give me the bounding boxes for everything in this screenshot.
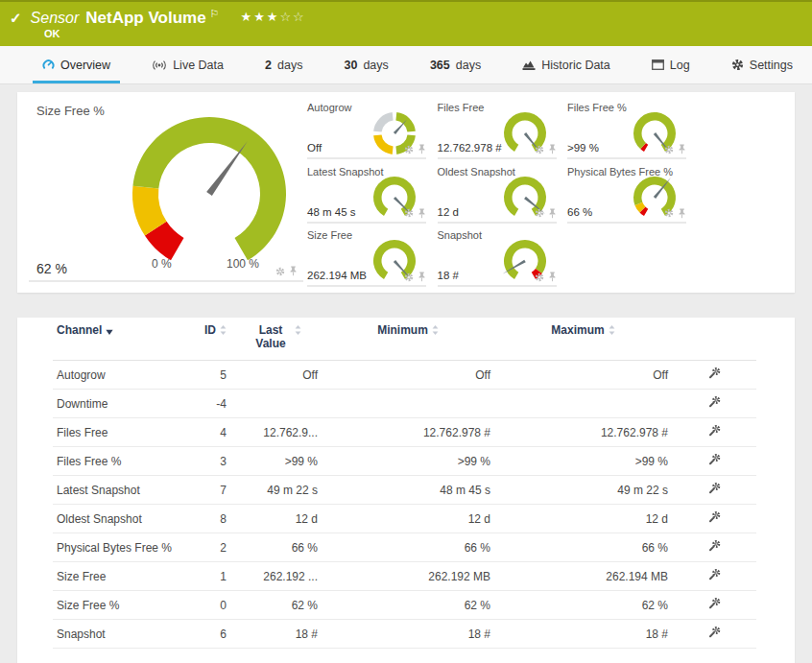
gauge-settings-gear-icon[interactable] (535, 272, 544, 282)
channel-settings-icon[interactable] (707, 510, 722, 524)
channel-id-cell: -4 (187, 390, 230, 418)
gauge-label: Snapshot (438, 229, 482, 241)
tab-2-days[interactable]: 2days (259, 46, 308, 83)
channel-row: Files Free412.762.9...12.762.978 #12.762… (53, 418, 756, 447)
channel-minimum-cell: 12.762.978 # (322, 418, 494, 447)
gauge-pin-icon[interactable] (418, 272, 426, 282)
channel-name-cell: Files Free (53, 418, 187, 447)
priority-stars[interactable]: ★★★☆☆ (240, 10, 305, 24)
gauge-label: Autogrow (307, 102, 351, 113)
channel-settings-icon[interactable] (707, 453, 722, 466)
panel-actions (404, 208, 426, 219)
gauge-pin-icon[interactable] (289, 266, 298, 276)
sort-icon (432, 325, 439, 335)
channel-maximum-cell: Off (494, 361, 672, 390)
channel-minimum-cell: Off (322, 361, 494, 390)
prtg-sensor-page: ✓ Sensor NetApp Volume ⚐ ★★★☆☆ OK Overvi… (0, 0, 812, 663)
channel-id-cell: 8 (187, 505, 230, 533)
gauge-panel-autogrow: AutogrowOff (307, 100, 426, 159)
star-empty-icon[interactable]: ☆ (279, 10, 293, 24)
tab-30-days[interactable]: 30days (339, 46, 394, 83)
gauge-panel-files-free: Files Free12.762.978 # (438, 100, 557, 159)
channel-settings-icon[interactable] (707, 568, 722, 581)
channel-name-cell: Size Free % (53, 591, 187, 620)
channel-maximum-cell: 18 # (494, 620, 672, 649)
channel-name-cell: Downtime (53, 390, 187, 418)
gauge-settings-gear-icon[interactable] (664, 145, 674, 154)
main-gauge-value: 62 % (36, 261, 67, 276)
channel-maximum-cell: 12 d (494, 505, 672, 533)
channel-settings-icon[interactable] (707, 395, 722, 409)
channel-settings-icon[interactable] (707, 597, 722, 610)
channel-id-cell: 7 (187, 476, 230, 505)
channel-name-cell: Files Free % (53, 447, 187, 476)
tab-live-data[interactable]: Live Data (146, 46, 229, 83)
channel-minimum-cell: >99 % (322, 447, 494, 476)
star-filled-icon[interactable]: ★ (267, 10, 280, 24)
column-header-maximum[interactable]: Maximum (494, 318, 672, 361)
gauge-panel-oldest-snapshot: Oldest Snapshot12 d (438, 164, 557, 224)
column-header-channel[interactable]: Channel (53, 318, 187, 361)
gauge-pin-icon[interactable] (548, 144, 557, 154)
gauge-pin-icon[interactable] (548, 272, 557, 282)
channel-settings-icon[interactable] (707, 424, 722, 438)
gauge-pin-icon[interactable] (548, 208, 557, 219)
tab-log[interactable]: Log (646, 46, 696, 83)
gauge-value: 262.194 MB (307, 270, 367, 281)
header-top-strip (0, 0, 812, 2)
broadcast-icon (152, 59, 167, 71)
channel-name-cell: Snapshot (53, 620, 187, 649)
panel-actions (535, 208, 557, 219)
gauge-pin-icon[interactable] (418, 208, 426, 219)
channel-maximum-cell: 62 % (494, 591, 672, 620)
column-header-minimum[interactable]: Minimum (322, 318, 494, 361)
column-header-id[interactable]: ID (187, 318, 230, 361)
channel-last-value-cell: 262.192 ... (230, 562, 322, 591)
gauge-panel-latest-snapshot: Latest Snapshot48 m 45 s (307, 164, 426, 224)
tab-settings[interactable]: Settings (726, 46, 799, 83)
gauge-settings-gear-icon[interactable] (664, 208, 674, 218)
channel-row: Size Free1262.192 ...262.192 MB262.194 M… (53, 562, 756, 591)
channel-last-value-cell (230, 390, 322, 418)
main-gauge-label: Size Free % (36, 104, 105, 118)
gauge-settings-gear-icon[interactable] (535, 145, 544, 154)
channel-last-value-cell: 12.762.9... (230, 418, 322, 447)
flag-icon[interactable]: ⚐ (210, 8, 220, 20)
channel-settings-icon[interactable] (707, 539, 722, 553)
gauge-value: Off (307, 142, 322, 154)
star-filled-icon[interactable]: ★ (253, 10, 267, 24)
status-badge: OK (44, 28, 60, 39)
channel-table-header-row: Channel ID Last Value Minimum Maximum (53, 318, 756, 361)
area-chart-icon (522, 59, 536, 71)
gauge-settings-gear-icon[interactable] (535, 208, 544, 218)
main-panel-actions (275, 266, 298, 276)
channel-settings-icon[interactable] (707, 626, 722, 639)
star-filled-icon[interactable]: ★ (240, 10, 253, 24)
channel-id-cell: 5 (187, 361, 230, 390)
channel-name-cell: Autogrow (53, 361, 187, 390)
tab-365-days[interactable]: 365days (424, 46, 487, 83)
gauge-pin-icon[interactable] (678, 144, 686, 154)
gauge-panel-main: Size Free % 0 % 100 % 62 % (29, 98, 303, 282)
gauge-settings-gear-icon[interactable] (404, 208, 414, 218)
star-empty-icon[interactable]: ☆ (293, 10, 306, 24)
channel-maximum-cell: 12.762.978 # (494, 418, 672, 447)
channel-maximum-cell: 66 % (494, 533, 672, 562)
tab-overview[interactable]: Overview (36, 46, 116, 83)
gauge-pin-icon[interactable] (678, 208, 686, 219)
gauge-value: 48 m 45 s (307, 206, 356, 218)
gauge-pin-icon[interactable] (418, 144, 426, 154)
column-header-last-value[interactable]: Last Value (230, 318, 322, 361)
sort-desc-icon (106, 329, 113, 335)
channel-name-cell: Oldest Snapshot (53, 505, 187, 533)
channel-settings-icon[interactable] (707, 367, 722, 380)
gauge-settings-gear-icon[interactable] (404, 145, 414, 154)
gauge-settings-gear-icon[interactable] (404, 272, 414, 282)
channel-row: Files Free %3>99 %>99 %>99 % (53, 447, 756, 476)
tab-historic-data[interactable]: Historic Data (516, 46, 616, 83)
gauge-settings-gear-icon[interactable] (275, 267, 285, 276)
channel-id-cell: 3 (187, 447, 230, 476)
channel-name-cell: Physical Bytes Free % (53, 533, 187, 562)
channel-settings-icon[interactable] (707, 482, 722, 495)
gauge-label: Files Free % (567, 102, 627, 113)
